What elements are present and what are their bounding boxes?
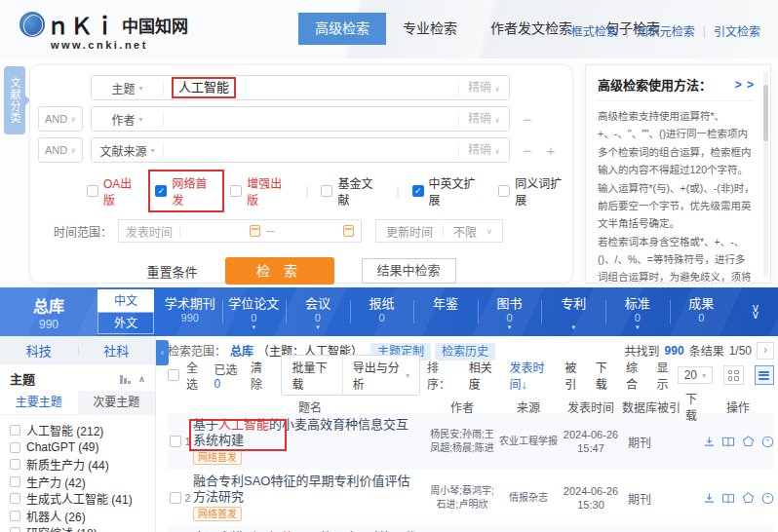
help-scrollbar[interactable] [763,71,768,277]
filter-checkbox-unchecked[interactable]: 增强出版 [230,174,292,208]
row-checkbox[interactable] [170,436,181,447]
filter-checkbox-unchecked[interactable]: 同义词扩展 [498,174,572,208]
field-type-select[interactable]: 文献来源▾ [92,142,164,158]
checkbox[interactable] [321,185,332,197]
db-tab[interactable]: 图书0▾ [478,287,542,336]
lang-toggle-active[interactable]: 中文 [97,289,154,312]
read-online-icon[interactable] [721,491,735,505]
result-source[interactable]: 情报杂志 [497,491,560,505]
table-row[interactable]: 2 融合专利SAO特征的早期专利价值评估方法研究网络首发 周小琴;蔡鸿宇;石进;… [168,470,774,526]
filter-checkbox-checked[interactable]: 网络首发 [155,174,217,208]
topic-checkbox[interactable] [10,511,20,521]
checkbox[interactable] [87,185,98,197]
checkbox[interactable] [155,185,167,197]
sort-option[interactable]: 下载 [596,359,615,392]
sort-option[interactable]: 被引 [564,359,584,392]
column-header[interactable]: 作者 [427,399,497,415]
select-all-label[interactable]: 全选 [186,359,208,392]
field-type-select[interactable]: 主题▾ [92,80,164,95]
remove-row-button[interactable]: − [522,142,533,159]
field-type-select[interactable]: 作者▾ [92,111,164,127]
result-authors[interactable]: 周小琴;蔡鸿宇;石进;卢明欣 [427,484,497,512]
topic-filter-item[interactable]: 生成式人工智能 (41) [10,490,155,508]
checkbox[interactable] [412,185,424,197]
sort-option[interactable]: 发表时间↓ [509,359,554,392]
calendar-icon[interactable] [250,225,260,237]
topic-checkbox[interactable] [10,527,20,532]
tab-search-mode[interactable]: 专业检索 [386,13,474,45]
doc-classify-tab[interactable]: 文献分类 [4,66,25,134]
collect-icon[interactable] [741,491,755,505]
operator-select[interactable]: AND∨ [38,106,83,132]
result-title[interactable]: 基于人工智能的小麦高效育种信息交互系统构建网络首发 [193,413,427,470]
calendar-icon[interactable] [343,225,354,237]
clear-selection-button[interactable]: 清除 [251,359,272,392]
checkbox[interactable] [230,185,242,197]
filter-checkbox-unchecked[interactable]: 基金文献 [321,174,383,208]
chevron-up-icon[interactable]: ∧ [138,374,145,384]
remove-row-button[interactable]: − [522,111,533,128]
search-term-input[interactable]: 人工智能 [164,77,458,98]
page-size-select[interactable]: 20▾ [678,366,713,384]
sidebar-tab[interactable]: 社科 [78,341,156,360]
table-row[interactable]: 3 大语言模型＋智能评价的“双智”赋能现代工科微生物学混合式课程教学研究与实践网… [168,526,774,532]
add-row-button[interactable]: + [545,142,557,159]
sort-bars-icon[interactable] [120,374,131,384]
sort-option[interactable]: 相关度 [469,359,499,392]
db-tab[interactable]: 学位论文0▾ [222,287,287,336]
result-source[interactable]: 农业工程学报 [497,435,560,448]
match-mode-select[interactable]: 精确 ∨ [458,80,509,95]
column-header[interactable]: 下载 [681,390,702,423]
export-analyze-button[interactable]: 导出与分析▾ [342,356,419,395]
grid-view-button[interactable] [723,365,744,385]
result-title[interactable]: 融合专利SAO特征的早期专利价值评估方法研究网络首发 [193,470,427,526]
topic-checkbox[interactable] [10,493,20,504]
db-tab[interactable]: 学术期刊990 [158,287,222,336]
column-header[interactable]: 操作 [702,399,774,415]
cite-icon[interactable]: ” [760,491,774,505]
top-link[interactable]: 引文检索 [706,22,768,39]
scrollbar-thumb[interactable] [763,85,768,141]
topic-sub-tab[interactable]: 主要主题 [0,391,78,414]
match-mode-select[interactable]: 精确 ∨ [458,111,509,127]
column-header[interactable]: 被引 [657,399,681,415]
column-header[interactable]: 发表时间 [560,399,622,415]
db-tab[interactable]: 会议0▾ [286,287,350,336]
filter-checkbox-checked[interactable]: 中英文扩展 [412,174,486,208]
filter-checkbox-unchecked[interactable]: OA出版 [87,174,142,208]
result-title[interactable]: 大语言模型＋智能评价的“双智”赋能现代工科微生物学混合式课程教学研究与实践网络首… [193,526,427,532]
topic-checkbox[interactable] [10,425,20,436]
tab-active-search-mode[interactable]: 高级检索 [298,13,386,45]
match-mode-select[interactable]: 精确 ∨ [458,142,509,158]
db-tab[interactable]: 标准0▾ [605,287,670,336]
cite-icon[interactable]: ” [760,435,774,448]
scope-database[interactable]: 总库 [230,342,253,359]
sidebar-collapse-handle[interactable]: ‹ [156,340,169,365]
db-tab[interactable]: 专利▾ [541,287,605,336]
download-icon[interactable] [702,491,716,505]
db-tab[interactable]: 成果0 [670,287,734,336]
search-button[interactable]: 检 索 [225,257,334,285]
read-online-icon[interactable] [721,435,735,448]
column-header[interactable]: 数据库 [622,399,657,415]
topic-filter-item[interactable]: 生产力 (42) [10,474,155,491]
checkbox[interactable] [498,185,510,197]
download-icon[interactable] [702,435,716,448]
publish-time-picker[interactable]: 发表时间 -- [118,219,362,243]
help-more-link[interactable]: > > [735,78,755,92]
topic-filter-item[interactable]: 新质生产力 (44) [10,456,155,474]
lang-toggle-inactive[interactable]: 外文 [97,312,154,334]
topic-filter-item[interactable]: ChatGPT (49) [10,439,155,457]
expand-more-icon[interactable]: ∨∨ [733,287,778,336]
cnki-logo[interactable]: ｎＫｉ 中国知网 www.cnki.net [19,8,188,51]
reset-button[interactable]: 重置条件 [146,262,197,281]
result-authors[interactable]: 杨民安;孙雨;王凤超;杨晨;陈进 [427,428,497,455]
column-header[interactable]: 题名 [193,399,427,415]
column-header[interactable]: 来源 [497,399,560,415]
row-checkbox[interactable] [170,492,181,504]
topic-filter-item[interactable]: 研究综述 (18) [10,524,155,532]
topic-filter-item[interactable]: 人工智能 (212) [10,422,155,439]
topic-checkbox[interactable] [10,442,20,453]
topic-checkbox[interactable] [10,459,20,470]
db-tab-total[interactable]: 总库 990 [0,287,97,336]
